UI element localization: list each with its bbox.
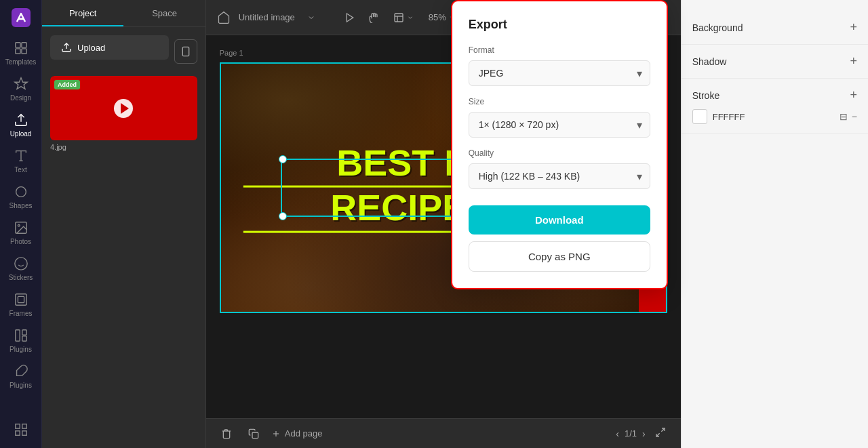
export-popup: Export Format JPEG PNG PDF SVG GIF MP4 ▾… <box>451 0 668 289</box>
upload-icon <box>61 42 72 53</box>
sidebar-item-plugins-label: Plugins <box>9 382 32 389</box>
sidebar-item-design-label: Design <box>10 94 31 102</box>
device-button[interactable] <box>174 39 197 64</box>
document-title[interactable]: Untitled image <box>239 12 295 22</box>
svg-line-44 <box>661 428 665 432</box>
download-button[interactable]: Download <box>469 205 650 235</box>
handle-bottom-left[interactable] <box>279 212 287 220</box>
added-badge: Added <box>54 80 80 89</box>
stroke-plus-icon[interactable]: + <box>850 88 857 102</box>
sidebar-item-shapes[interactable]: Shapes <box>0 179 42 215</box>
upload-controls: Upload <box>50 35 197 68</box>
size-label: Size <box>469 97 650 106</box>
stroke-color-swatch[interactable] <box>692 109 707 124</box>
prev-page-button[interactable]: ‹ <box>616 428 619 439</box>
sidebar-item-photos-label: Photos <box>10 238 31 245</box>
media-thumbnail: Added <box>50 76 197 140</box>
svg-point-9 <box>16 187 26 197</box>
quality-field: Quality Low Medium High (122 KB – 243 KB… <box>469 148 650 189</box>
svg-rect-27 <box>395 14 403 22</box>
format-select-wrapper: JPEG PNG PDF SVG GIF MP4 ▾ <box>469 60 650 86</box>
stroke-section-header[interactable]: Stroke + <box>692 88 857 102</box>
delete-button[interactable] <box>217 424 236 443</box>
tab-space[interactable]: Space <box>123 0 205 26</box>
sidebar-item-frames-label: Frames <box>9 310 33 317</box>
sidebar-item-templates-label: Templates <box>5 58 37 66</box>
play-icon <box>114 99 133 118</box>
size-select[interactable]: 0.5× (640 × 360 px) 1× (1280 × 720 px) 2… <box>469 112 650 138</box>
svg-rect-21 <box>15 431 19 435</box>
svg-rect-41 <box>252 432 258 439</box>
svg-rect-0 <box>12 8 31 27</box>
copy-icon <box>248 428 259 439</box>
next-page-button[interactable]: › <box>642 428 646 439</box>
page-label: Page 1 <box>220 49 243 57</box>
svg-rect-15 <box>18 296 24 302</box>
layout-chevron-icon <box>407 14 414 21</box>
right-panel-sections: Background + Shadow + Stroke + FFFFFF ⊟ … <box>682 11 868 134</box>
hand-icon <box>369 12 380 23</box>
size-field: Size 0.5× (640 × 360 px) 1× (1280 × 720 … <box>469 97 650 138</box>
title-chevron-button[interactable] <box>303 9 319 26</box>
sidebar-item-plugins[interactable]: Plugins <box>0 359 42 394</box>
svg-rect-2 <box>15 43 20 47</box>
media-filename: 4.jpg <box>50 143 197 151</box>
topbar-brand[interactable] <box>217 11 231 24</box>
sidebar-item-photos[interactable]: Photos <box>0 215 42 251</box>
quality-label: Quality <box>469 148 650 158</box>
copy-png-button[interactable]: Copy as PNG <box>469 241 650 272</box>
svg-rect-22 <box>22 431 26 435</box>
format-select[interactable]: JPEG PNG PDF SVG GIF MP4 <box>469 60 650 86</box>
upload-button[interactable]: Upload <box>50 35 169 60</box>
sidebar-item-text[interactable]: Text <box>0 143 42 179</box>
add-page-button[interactable]: Add page <box>271 428 323 439</box>
svg-line-45 <box>656 433 660 436</box>
background-section-header[interactable]: Background + <box>692 20 857 35</box>
sidebar-item-collage[interactable]: Plugins <box>0 323 42 359</box>
sidebar-item-frames[interactable]: Frames <box>0 287 42 323</box>
sidebar-item-upload[interactable]: Upload <box>0 107 42 143</box>
fit-button[interactable] <box>651 423 670 444</box>
layout-button[interactable] <box>389 8 418 27</box>
export-popup-title: Export <box>469 18 650 32</box>
panel-content: Upload Added 4.jpg <box>42 27 205 448</box>
stroke-remove-button[interactable]: − <box>852 111 857 122</box>
sidebar-item-upload-label: Upload <box>10 130 32 138</box>
page-nav: ‹ 1/1 › <box>616 423 669 444</box>
trash-icon <box>221 428 232 439</box>
play-button[interactable] <box>340 8 359 27</box>
app-logo[interactable] <box>9 5 33 30</box>
quality-select[interactable]: Low Medium High (122 KB – 243 KB) <box>469 163 650 189</box>
layout-icon <box>393 12 404 23</box>
format-field: Format JPEG PNG PDF SVG GIF MP4 ▾ <box>469 45 650 86</box>
media-item[interactable]: Added 4.jpg <box>50 76 197 151</box>
sidebar-item-design[interactable]: Design <box>0 71 42 107</box>
sidebar-item-collage-label: Plugins <box>9 346 32 353</box>
handle-top-left[interactable] <box>279 155 287 163</box>
right-panel: Export Format JPEG PNG PDF SVG GIF MP4 ▾… <box>681 0 868 448</box>
sidebar-item-stickers[interactable]: Stickers <box>0 251 42 287</box>
shadow-plus-icon[interactable]: + <box>850 54 857 68</box>
svg-rect-14 <box>15 294 26 306</box>
sidebar-footer <box>0 417 42 443</box>
shadow-section-header[interactable]: Shadow + <box>692 54 857 68</box>
sidebar-item-text-label: Text <box>14 166 26 174</box>
hand-button[interactable] <box>365 8 384 27</box>
shadow-title: Shadow <box>692 56 727 67</box>
svg-rect-18 <box>22 336 26 341</box>
sidebar-item-templates[interactable]: Templates <box>0 35 42 71</box>
stroke-actions: ⊟ − <box>840 111 857 122</box>
home-icon <box>217 11 231 24</box>
background-title: Background <box>692 22 743 33</box>
tab-project[interactable]: Project <box>42 0 123 26</box>
background-plus-icon[interactable]: + <box>850 20 857 35</box>
sidebar-item-grid[interactable] <box>0 417 42 443</box>
sidebar: Templates Design Upload Text Shapes <box>0 0 42 448</box>
quality-select-wrapper: Low Medium High (122 KB – 243 KB) ▾ <box>469 163 650 189</box>
background-section: Background + <box>682 11 868 45</box>
bottom-bar: Add page ‹ 1/1 › <box>206 418 681 448</box>
copy-button[interactable] <box>244 424 263 443</box>
page-indicator: 1/1 <box>625 428 637 439</box>
stroke-adjust-button[interactable]: ⊟ <box>840 111 848 122</box>
svg-rect-19 <box>15 424 19 428</box>
